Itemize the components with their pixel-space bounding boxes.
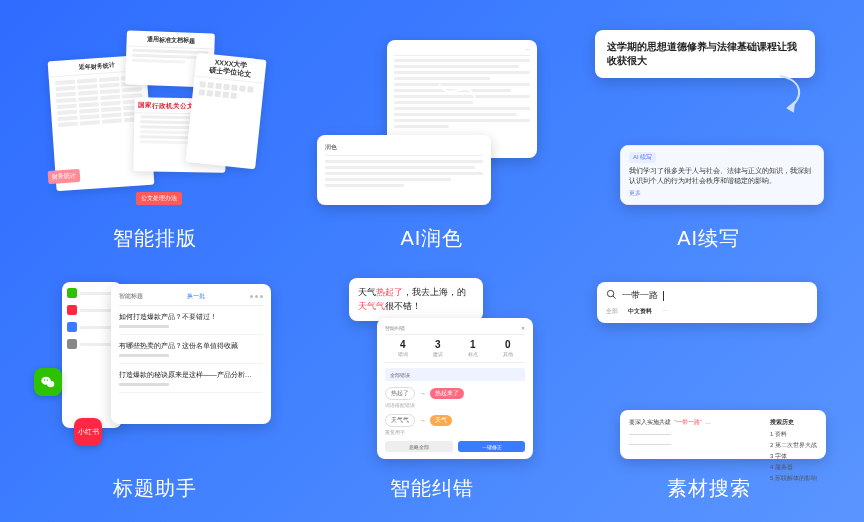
svg-point-4: [47, 379, 48, 380]
ignore-all-button[interactable]: 忽略全部: [385, 441, 453, 452]
title-suggestion[interactable]: 有哪些热卖的产品？这份名单值得收藏: [119, 341, 263, 351]
tab[interactable]: 全部: [606, 307, 618, 316]
search-results-panel: 要深入实施共建“一带一路”… ——————— ——————— 搜索历史 1 资料…: [620, 410, 826, 459]
apply-all-button[interactable]: 一键修正: [458, 441, 526, 452]
panel-title: 智能纠错: [385, 325, 405, 331]
filter-bar[interactable]: 全部错误: [385, 368, 525, 381]
tile-label: 智能纠错: [390, 475, 474, 502]
tile-correct[interactable]: 天气热起了，我去上海，的天气气很不错！ 智能纠错✕ 4错词 3建议 1标点 0其…: [303, 270, 562, 502]
tile-layout[interactable]: 近年财务统计 财务统计 通用标准文档标题 国家行政机关公文处理办法: [26, 20, 285, 252]
svg-point-2: [47, 381, 54, 387]
correction-item[interactable]: 天气气→天气 重复用字: [385, 414, 525, 435]
correct-source-panel: 天气热起了，我去上海，的天气气很不错！: [349, 278, 483, 321]
arrow-curve-down-icon: [774, 74, 808, 114]
continue-input-panel: 这学期的思想道德修养与法律基础课程让我收获很大: [595, 30, 815, 78]
tile-label: AI续写: [677, 225, 740, 252]
correction-item[interactable]: 热起了→热起来了 词语搭配错误: [385, 387, 525, 408]
tile-label: 智能排版: [113, 225, 197, 252]
tile-polish-preview: ··· 润色: [303, 20, 562, 219]
tile-layout-preview: 近年财务统计 财务统计 通用标准文档标题 国家行政机关公文处理办法: [26, 20, 285, 219]
close-icon[interactable]: ✕: [521, 325, 525, 331]
correct-suggestions-panel: 智能纠错✕ 4错词 3建议 1标点 0其他 全部错误 热起了→热起来了 词语搭配…: [377, 318, 533, 459]
search-tabs: 全部 中文资料 ···: [606, 307, 808, 316]
svg-marker-0: [788, 103, 794, 111]
doc-tag-finance: 财务统计: [48, 169, 81, 184]
doc-thumb-thesis: XXXX大学 硕士学位论文: [185, 53, 266, 170]
tile-polish[interactable]: ··· 润色 AI润色: [303, 20, 562, 252]
xiaohongshu-icon: 小红书: [74, 418, 102, 446]
title-suggestion[interactable]: 如何打造爆款产品？不要错过！: [119, 312, 263, 322]
tile-label: 素材搜索: [667, 475, 751, 502]
tile-label: AI润色: [401, 225, 464, 252]
svg-point-5: [608, 290, 614, 296]
search-history: 搜索历史 1 资料 2 第二次世界大战 3 字体 4 服务器 5 苏联解体的影响: [770, 418, 817, 485]
history-item[interactable]: 3 字体: [770, 452, 817, 461]
history-item[interactable]: 2 第二次世界大战: [770, 441, 817, 450]
search-bar-panel: 一带一路 全部 中文资料 ···: [597, 282, 817, 323]
history-item[interactable]: 1 资料: [770, 430, 817, 439]
tile-continue[interactable]: 这学期的思想道德修养与法律基础课程让我收获很大 AI 续写 我们学习了很多关于人…: [579, 20, 838, 252]
history-header: 搜索历史: [770, 418, 817, 427]
search-icon: [606, 289, 617, 302]
history-item[interactable]: 4 服务器: [770, 463, 817, 472]
panel-more-icon: ···: [394, 46, 530, 56]
tile-title-preview: 小红书 智能标题 换一批 如何打造爆款产品？不要错过！ 有哪些热卖的产品？这份名…: [26, 270, 285, 469]
arrow-swirl-icon: [437, 80, 477, 110]
svg-line-6: [613, 296, 616, 299]
output-body: 我们学习了很多关于人与社会、法律与正义的知识，我深刻认识到个人的行为对社会秩序和…: [629, 166, 815, 186]
text-cursor-icon: [663, 291, 664, 301]
tile-search-preview: 一带一路 全部 中文资料 ··· 要深入实施共建“一带一路”… ——————— …: [579, 270, 838, 469]
feature-grid: 近年财务统计 财务统计 通用标准文档标题 国家行政机关公文处理办法: [0, 0, 864, 522]
polish-result-panel: 润色: [317, 135, 491, 205]
correct-source-text: 天气热起了，我去上海，的天气气很不错！: [358, 286, 474, 313]
more-icon[interactable]: [250, 295, 263, 298]
tab-more-icon[interactable]: ···: [662, 307, 667, 316]
tile-search[interactable]: 一带一路 全部 中文资料 ··· 要深入实施共建“一带一路”… ——————— …: [579, 270, 838, 502]
title-suggestion[interactable]: 打造爆款的秘诀原来是这样——产品分析…: [119, 370, 263, 380]
tile-correct-preview: 天气热起了，我去上海，的天气气很不错！ 智能纠错✕ 4错词 3建议 1标点 0其…: [303, 270, 562, 469]
tile-continue-preview: 这学期的思想道德修养与法律基础课程让我收获很大 AI 续写 我们学习了很多关于人…: [579, 20, 838, 219]
continue-output-panel: AI 续写 我们学习了很多关于人与社会、法律与正义的知识，我深刻认识到个人的行为…: [620, 145, 824, 205]
panel-title: 润色: [325, 143, 483, 156]
tab-active[interactable]: 中文资料: [628, 307, 652, 316]
search-query[interactable]: 一带一路: [622, 289, 658, 302]
doc-title: 通用标准文档标题: [126, 30, 215, 49]
panel-title: 智能标题: [119, 292, 143, 301]
wechat-icon: [34, 368, 62, 396]
refresh-link[interactable]: 换一批: [187, 292, 205, 301]
error-stats: 4错词 3建议 1标点 0其他: [385, 339, 525, 363]
continue-input-text: 这学期的思想道德修养与法律基础课程让我收获很大: [607, 40, 803, 68]
titles-panel: 智能标题 换一批 如何打造爆款产品？不要错过！ 有哪些热卖的产品？这份名单值得收…: [111, 284, 271, 424]
output-more-link[interactable]: 更多: [629, 189, 815, 198]
history-item[interactable]: 5 苏联解体的影响: [770, 474, 817, 483]
output-tag: AI 续写: [629, 152, 656, 163]
tile-label: 标题助手: [113, 475, 197, 502]
tile-title-assist[interactable]: 小红书 智能标题 换一批 如何打造爆款产品？不要错过！ 有哪些热卖的产品？这份名…: [26, 270, 285, 502]
svg-point-3: [44, 379, 45, 380]
doc-tag-gov: 公文处理办法: [136, 192, 182, 205]
